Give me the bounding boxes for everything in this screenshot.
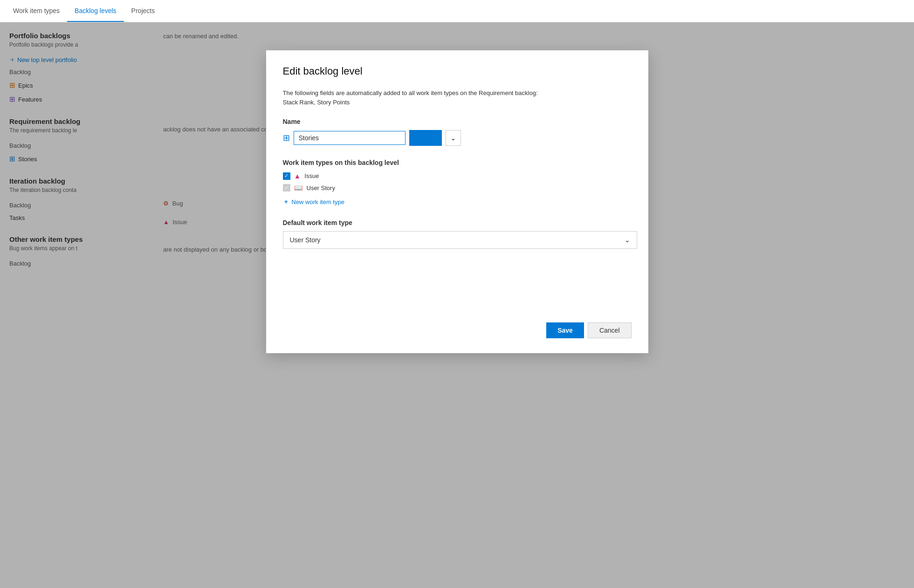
add-wit-link[interactable]: ＋ New work item type [283, 198, 632, 206]
cancel-button[interactable]: Cancel [588, 322, 632, 338]
name-grid-icon: ⊞ [283, 133, 290, 143]
modal-title: Edit backlog level [283, 65, 632, 77]
issue-wit-name: Issue [304, 172, 319, 179]
add-wit-plus-icon: ＋ [283, 198, 289, 206]
add-wit-label: New work item type [292, 198, 344, 205]
name-input[interactable] [294, 131, 405, 145]
issue-wit-icon: ▲ [294, 172, 301, 180]
modal-info: The following fields are automatically a… [283, 89, 632, 107]
user-story-checkbox[interactable]: ✓ [283, 184, 290, 191]
default-wit-dropdown[interactable]: User Story ⌄ [283, 231, 637, 249]
modal-footer: Save Cancel [283, 308, 632, 338]
issue-checkbox[interactable]: ✓ [283, 172, 290, 180]
user-story-wit-icon: 📖 [294, 184, 303, 192]
dropdown-chevron-icon: ⌄ [625, 236, 630, 244]
modal-info-line2: Stack Rank, Story Points [283, 98, 632, 107]
wit-section-label: Work item types on this backlog level [283, 159, 632, 166]
check-mark-user-story: ✓ [284, 185, 289, 191]
save-button[interactable]: Save [546, 322, 584, 338]
user-story-wit-name: User Story [307, 185, 335, 191]
check-mark-issue: ✓ [284, 173, 289, 179]
tab-work-item-types[interactable]: Work item types [6, 0, 67, 22]
tab-backlog-levels[interactable]: Backlog levels [67, 0, 124, 22]
name-row: ⊞ ⌄ [283, 130, 632, 146]
chevron-button[interactable]: ⌄ [446, 130, 461, 146]
main-content: Portfolio backlogs Portfolio backlogs pr… [0, 22, 914, 588]
tab-projects[interactable]: Projects [124, 0, 163, 22]
modal-info-line1: The following fields are automatically a… [283, 89, 632, 98]
color-button[interactable] [409, 130, 442, 146]
default-wit-value: User Story [290, 236, 321, 244]
default-wit-label: Default work item type [283, 219, 632, 226]
tab-bar: Work item types Backlog levels Projects [0, 0, 914, 22]
name-label: Name [283, 118, 632, 125]
chevron-down-icon: ⌄ [451, 135, 456, 142]
wit-item-user-story: ✓ 📖 User Story [283, 184, 632, 192]
wit-item-issue: ✓ ▲ Issue [283, 172, 632, 180]
edit-backlog-modal: Edit backlog level The following fields … [266, 50, 648, 353]
